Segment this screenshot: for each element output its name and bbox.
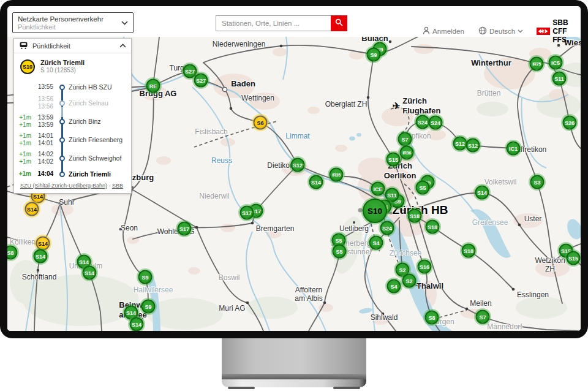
- line-badge-s6[interactable]: S6: [254, 116, 268, 130]
- layer-dropdown[interactable]: Netzkarte Personenverkehr Pünktlichkeit: [12, 12, 134, 33]
- stop-row-z-rich-hb-szu: 13:55Zürich HB SZU: [14, 82, 129, 93]
- monitor-foot-right: [333, 387, 360, 389]
- line-badge-s12[interactable]: S12: [453, 137, 467, 151]
- stop-row-z-rich-schweighof: +1m+1m14:0214:02Zürich Schweighof: [14, 150, 129, 166]
- monitor-stand-neck: [222, 338, 366, 375]
- stop-name: Zürich Selnau: [69, 99, 108, 107]
- line-badge-s14[interactable]: S14: [25, 202, 39, 216]
- line-badge-s5[interactable]: S5: [416, 181, 430, 195]
- line-badge-ir35[interactable]: IR35: [330, 168, 344, 182]
- line-badge-s7[interactable]: S7: [476, 310, 490, 324]
- line-badge-s4[interactable]: S4: [387, 279, 401, 294]
- line-badge-ice[interactable]: ICE: [371, 182, 385, 196]
- line-badge-s18[interactable]: S18: [462, 244, 476, 258]
- line-badge-s2[interactable]: S2: [402, 274, 417, 288]
- chevron-up-icon[interactable]: [119, 44, 126, 48]
- chevron-down-icon: [121, 21, 128, 25]
- line-badge-s14[interactable]: S14: [130, 317, 144, 332]
- line-badge-s4[interactable]: S4: [369, 236, 383, 250]
- search-input[interactable]: [216, 15, 331, 31]
- line-badge-s24[interactable]: S24: [429, 116, 443, 130]
- person-icon: [423, 26, 430, 36]
- line-badge-s18[interactable]: S18: [426, 220, 440, 234]
- sbb-arrows-icon: [537, 28, 550, 35]
- stop-name: Zürich Friesenberg: [69, 136, 123, 143]
- line-badge-ic1[interactable]: IC1: [507, 142, 521, 156]
- search-icon: [335, 18, 343, 28]
- stop-time: 14:0114:01: [31, 132, 53, 147]
- stop-delay: +1m+1m: [14, 114, 31, 129]
- line-badge-s5[interactable]: S5: [333, 245, 347, 259]
- line-badge-s15[interactable]: S15: [567, 251, 581, 265]
- line-badge-s14[interactable]: S14: [83, 266, 97, 280]
- line-badge-ic5[interactable]: IC5: [549, 56, 563, 70]
- monitor-foot-left: [228, 387, 255, 389]
- line-badge-s24[interactable]: S24: [380, 221, 394, 235]
- line-badge-s9[interactable]: S9: [367, 48, 381, 62]
- line-badge-s14[interactable]: S14: [475, 186, 489, 200]
- line-badge-s17[interactable]: S17: [178, 222, 192, 236]
- line-badge-s27[interactable]: S27: [194, 74, 208, 88]
- stop-name: Zürich Schweighof: [69, 154, 121, 162]
- line-badge-s26[interactable]: S26: [563, 116, 577, 130]
- layer-dropdown-line1: Netzkarte Personenverkehr: [18, 15, 128, 23]
- punctuality-panel: Pünktlichkeit S10 Zürich Triemli S 10 (1…: [13, 38, 132, 194]
- sbb-logo-text: SBB CFF FFS: [552, 18, 581, 44]
- footer-link-szu-sihltal-z-rich-uetliberg-bahn[interactable]: SZU (Sihltal-Zürich-Uetliberg-Bahn): [20, 183, 107, 189]
- stop-row-z-rich-selnau: 13:5613:56Zürich Selnau: [14, 95, 129, 111]
- language-label: Deutsch: [489, 28, 515, 35]
- stop-time: 13:5913:59: [31, 114, 53, 129]
- stop-node-icon: [59, 156, 65, 161]
- stop-time: 14:04: [31, 170, 53, 178]
- stop-node-icon: [59, 119, 65, 124]
- line-badge-s9[interactable]: S9: [141, 300, 156, 314]
- login-button[interactable]: Anmelden: [423, 26, 464, 36]
- stop-delay: +1m+1m: [14, 151, 31, 165]
- panel-header[interactable]: Pünktlichkeit: [14, 39, 131, 53]
- stop-name: Zürich Triemli: [69, 170, 111, 178]
- line-badge-s16[interactable]: S16: [418, 260, 432, 274]
- line-badge-ir75[interactable]: IR75: [530, 57, 544, 71]
- stop-name: Zürich Binz: [69, 118, 101, 125]
- footer-link-sbb[interactable]: SBB: [112, 183, 123, 189]
- line-badge-ir36[interactable]: IR36: [400, 146, 414, 160]
- page: BülachWiesNiederweningenWinterthurTurgiB…: [0, 0, 588, 391]
- app-screen: BülachWiesNiederweningenWinterthurTurgiB…: [7, 6, 581, 331]
- search-bar: [216, 15, 347, 31]
- line-badge-s9[interactable]: S9: [138, 270, 153, 284]
- line-badge-re[interactable]: RE: [146, 79, 160, 93]
- line-badge-s12[interactable]: S12: [466, 139, 480, 153]
- line-badge-s12[interactable]: S12: [291, 158, 305, 172]
- stop-delay: +1m: [14, 170, 31, 178]
- line-badge-s14[interactable]: S14: [36, 237, 50, 251]
- stop-time: 14:0214:02: [31, 151, 53, 165]
- line-badge-s14[interactable]: S14: [34, 249, 48, 264]
- search-button[interactable]: [331, 15, 347, 31]
- line-badge-s17[interactable]: S17: [240, 206, 254, 220]
- language-selector[interactable]: Deutsch: [478, 26, 523, 36]
- train-icon: [19, 40, 28, 51]
- stop-node-icon: [59, 85, 65, 90]
- train-destination: Zürich Triemli: [40, 59, 85, 67]
- stop-node-icon: [59, 101, 65, 106]
- stop-row-z-rich-friesenberg: +1m+1m14:0114:01Zürich Friesenberg: [14, 132, 129, 148]
- line-badge-s24[interactable]: S24: [416, 115, 430, 129]
- line-badge-s14[interactable]: S14: [309, 175, 323, 189]
- header-right: Anmelden Deutsch SBB CFF FFS: [423, 18, 581, 44]
- stop-name: Zürich HB SZU: [69, 83, 112, 91]
- selected-train: S10 Zürich Triemli S 10 (12853): [14, 53, 131, 77]
- line-badge-s11[interactable]: S11: [552, 72, 567, 86]
- line-badge-s18[interactable]: S18: [408, 209, 422, 223]
- globe-icon: [478, 26, 487, 36]
- line-badge-s15[interactable]: S15: [386, 153, 401, 167]
- stop-row-z-rich-triemli: +1m14:04Zürich Triemli: [14, 169, 129, 180]
- sbb-logo[interactable]: SBB CFF FFS: [537, 18, 581, 44]
- timeline-position-segment: [61, 107, 63, 117]
- layer-dropdown-line2: Pünktlichkeit: [18, 23, 128, 31]
- train-line-badge: S10: [20, 59, 35, 74]
- line-badge-s10[interactable]: S10: [363, 199, 387, 223]
- line-badge-s7[interactable]: S7: [398, 132, 412, 146]
- line-badge-s8[interactable]: S8: [425, 311, 439, 325]
- line-badge-s3[interactable]: S3: [530, 175, 545, 189]
- stop-node-icon: [59, 137, 65, 143]
